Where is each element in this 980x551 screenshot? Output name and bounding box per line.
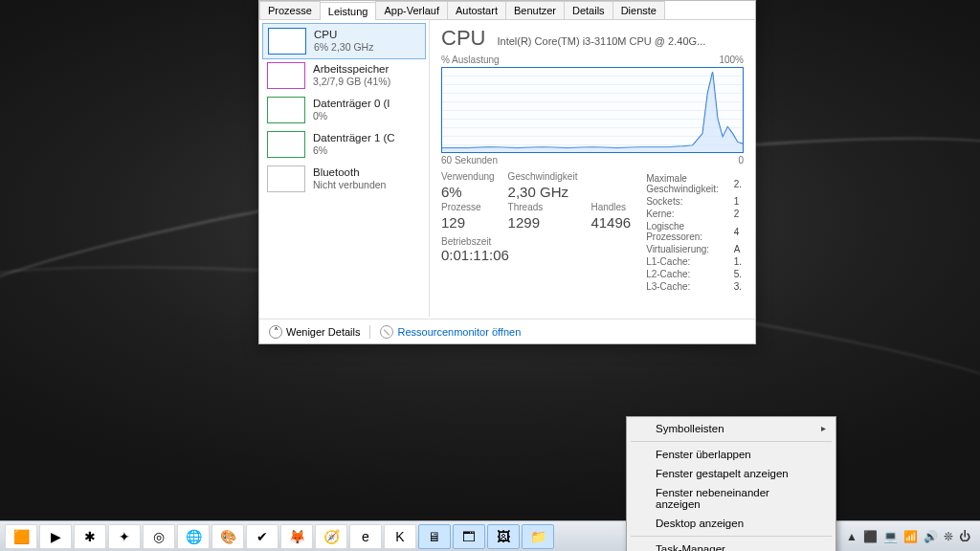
tray-icon[interactable]: ⬛	[863, 530, 878, 543]
cpu-usage-value: 6%	[441, 184, 495, 200]
disk-thumb-icon	[267, 131, 305, 158]
ctx-task-manager[interactable]: Task-Manager	[629, 540, 834, 551]
tab-details[interactable]: Details	[564, 1, 613, 19]
taskbar-app-icon[interactable]: ✦	[108, 524, 141, 549]
sidebar-item-memory[interactable]: Arbeitsspeicher3,2/7,9 GB (41%)	[259, 58, 429, 93]
taskbar-app-icon[interactable]: 🧭	[315, 524, 347, 549]
resmon-icon	[380, 325, 393, 339]
system-tray: ▲⬛💻📶🔊❊⏻	[846, 530, 976, 543]
handle-count: 41496	[590, 214, 631, 231]
ctx-show-desktop[interactable]: Desktop anzeigen	[629, 514, 834, 533]
tray-icon[interactable]: 📶	[903, 530, 918, 543]
perf-sidebar: CPU6% 2,30 GHz Arbeitsspeicher3,2/7,9 GB…	[259, 20, 430, 317]
taskbar-context-menu: Symbolleisten Fenster überlappen Fenster…	[626, 416, 836, 551]
ctx-cascade[interactable]: Fenster überlappen	[629, 445, 834, 464]
chart-xmin: 0	[738, 155, 744, 165]
perf-main: CPU Intel(R) Core(TM) i3-3110M CPU @ 2.4…	[430, 20, 755, 317]
open-resource-monitor-link[interactable]: Ressourcenmonitor öffnen	[380, 325, 521, 339]
svg-marker-0	[442, 72, 743, 152]
taskbar-app-icon[interactable]: e	[349, 524, 382, 549]
process-count: 129	[441, 214, 495, 231]
chevron-up-icon: ˄	[269, 325, 282, 339]
taskbar-app-icon[interactable]: 📁	[522, 524, 554, 549]
sidebar-item-disk1[interactable]: Datenträger 1 (C6%	[259, 127, 429, 162]
tab-app-verlauf[interactable]: App-Verlauf	[375, 1, 447, 19]
sidebar-item-bluetooth[interactable]: BluetoothNicht verbunden	[259, 162, 429, 196]
tab-strip: Prozesse Leistung App-Verlauf Autostart …	[259, 1, 755, 20]
tray-icon[interactable]: 🔊	[924, 530, 938, 543]
tm-footer: ˄ Weniger Details Ressourcenmonitor öffn…	[259, 319, 755, 343]
tab-benutzer[interactable]: Benutzer	[505, 1, 565, 19]
task-manager-window: Prozesse Leistung App-Verlauf Autostart …	[258, 0, 756, 344]
ctx-stacked[interactable]: Fenster gestapelt anzeigen	[629, 464, 834, 483]
fewer-details-toggle[interactable]: ˄ Weniger Details	[269, 325, 360, 339]
taskbar-app-icon[interactable]: ✱	[74, 524, 106, 549]
cpu-specs: Maximale Geschwindigkeit:2.Sockets:1Kern…	[644, 171, 744, 294]
taskbar-app-icon[interactable]: K	[384, 524, 416, 549]
taskbar-app-icon[interactable]: 🗔	[453, 524, 485, 549]
tray-icon[interactable]: ⏻	[959, 530, 970, 543]
ctx-sidebyside[interactable]: Fenster nebeneinander anzeigen	[629, 483, 834, 514]
tray-icon[interactable]: 💻	[883, 530, 898, 543]
taskbar-app-icon[interactable]: 🖼	[487, 524, 520, 549]
uptime-value: 0:01:11:06	[441, 247, 631, 263]
thread-count: 1299	[508, 214, 578, 231]
tab-leistung[interactable]: Leistung	[320, 2, 377, 20]
tray-icon[interactable]: ❊	[944, 530, 953, 543]
cpu-model: Intel(R) Core(TM) i3-3110M CPU @ 2.40G..…	[497, 35, 705, 47]
disk-thumb-icon	[267, 97, 305, 123]
taskbar-app-icon[interactable]: 🟧	[5, 524, 37, 549]
sidebar-item-cpu[interactable]: CPU6% 2,30 GHz	[262, 23, 426, 59]
chart-ylabel: % Auslastung	[441, 55, 500, 65]
cpu-speed-value: 2,30 GHz	[508, 184, 578, 200]
cpu-thumb-icon	[268, 28, 306, 55]
chart-ymax: 100%	[719, 55, 744, 65]
sb-cpu-sub: 6% 2,30 GHz	[314, 41, 373, 54]
tab-dienste[interactable]: Dienste	[612, 1, 665, 19]
taskbar-app-icon[interactable]: 🌐	[177, 524, 210, 549]
cpu-utilization-chart	[441, 67, 744, 153]
memory-thumb-icon	[267, 62, 305, 89]
taskbar-app-icon[interactable]: 🦊	[280, 524, 313, 549]
tab-autostart[interactable]: Autostart	[447, 1, 506, 19]
taskbar-app-icon[interactable]: ✔	[246, 524, 278, 549]
cpu-heading: CPU	[441, 26, 485, 51]
tab-prozesse[interactable]: Prozesse	[259, 1, 321, 19]
sidebar-item-disk0[interactable]: Datenträger 0 (I0%	[259, 93, 429, 127]
tray-icon[interactable]: ▲	[846, 530, 858, 543]
taskbar-app-icon[interactable]: ▶	[39, 524, 72, 549]
taskbar-app-icon[interactable]: ◎	[143, 524, 175, 549]
taskbar-app-icon[interactable]: 🖥	[418, 524, 451, 549]
ctx-toolbars[interactable]: Symbolleisten	[629, 419, 834, 438]
sb-cpu-title: CPU	[314, 28, 373, 41]
taskbar-app-icon[interactable]: 🎨	[212, 524, 244, 549]
chart-xlabel: 60 Sekunden	[441, 155, 498, 165]
bluetooth-thumb-icon	[267, 165, 305, 192]
